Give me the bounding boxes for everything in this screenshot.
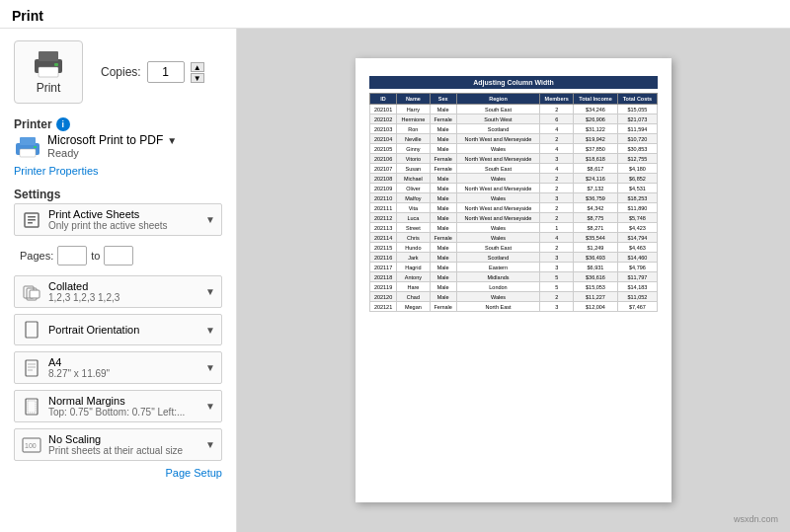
col-members: Members <box>540 94 574 105</box>
table-row: 202113StreetMaleWales1$8,271$4,423 <box>370 223 658 233</box>
margins-text: Normal Margins Top: 0.75" Bottom: 0.75" … <box>48 395 199 418</box>
preview-table: ID Name Sex Region Members Total Income … <box>369 93 658 312</box>
printer-properties-link[interactable]: Printer Properties <box>14 165 99 177</box>
table-cell: Hagrid <box>397 263 431 272</box>
table-cell: $35,544 <box>574 233 618 243</box>
table-cell: North West and Merseyside <box>456 184 540 193</box>
svg-rect-14 <box>30 290 40 298</box>
table-cell: 3 <box>540 302 574 312</box>
paper-setting[interactable]: A4 8.27" x 11.69" ▼ <box>14 351 222 384</box>
table-cell: Vita <box>397 203 431 213</box>
margins-arrow[interactable]: ▼ <box>205 401 215 412</box>
settings-section: Settings Print Active Sheets <box>14 188 222 479</box>
table-cell: Chad <box>397 292 431 302</box>
collated-arrow[interactable]: ▼ <box>205 286 215 297</box>
table-cell: 4 <box>540 164 574 174</box>
table-cell: Male <box>430 263 456 272</box>
table-cell: 4 <box>540 124 574 134</box>
table-cell: $6,852 <box>617 174 657 184</box>
table-cell: $34,246 <box>574 105 618 114</box>
scaling-main: No Scaling <box>48 433 199 445</box>
table-cell: 202121 <box>370 302 397 312</box>
table-row: 202114ChrisFemaleWales4$35,544$14,794 <box>370 233 658 243</box>
table-row: 202105GinnyMaleWales4$37,850$30,853 <box>370 144 658 154</box>
printer-info-icon[interactable]: i <box>56 117 70 131</box>
table-cell: Hare <box>397 282 431 292</box>
table-cell: Luca <box>397 213 431 223</box>
col-costs: Total Costs <box>617 94 657 105</box>
table-cell: 2 <box>540 105 574 114</box>
active-sheets-setting[interactable]: Print Active Sheets Only print the activ… <box>14 203 222 236</box>
copies-label: Copies: <box>101 65 141 79</box>
table-row: 202104NevilleMaleNorth West and Merseysi… <box>370 134 658 144</box>
table-cell: 202110 <box>370 193 397 203</box>
table-cell: Male <box>430 213 456 223</box>
table-cell: $4,796 <box>617 263 657 272</box>
table-cell: Male <box>430 272 456 282</box>
pages-from-input[interactable] <box>57 246 87 266</box>
printer-section-header: Printer i <box>14 117 222 131</box>
table-cell: North West and Merseyside <box>456 213 540 223</box>
table-row: 202101HarryMaleSouth East2$34,246$15,055 <box>370 105 658 114</box>
table-cell: Male <box>430 193 456 203</box>
table-cell: 202115 <box>370 243 397 253</box>
table-cell: Malfoy <box>397 193 431 203</box>
copies-up-button[interactable]: ▲ <box>191 62 204 72</box>
paper-arrow[interactable]: ▼ <box>205 362 215 373</box>
printer-dropdown-arrow[interactable]: ▼ <box>167 135 177 146</box>
table-cell: 202108 <box>370 174 397 184</box>
collated-setting[interactable]: Collated 1,2,3 1,2,3 1,2,3 ▼ <box>14 275 222 308</box>
table-cell: Scotland <box>456 124 540 134</box>
table-cell: $4,342 <box>574 203 618 213</box>
page-setup-link[interactable]: Page Setup <box>14 467 222 479</box>
pages-to-input[interactable] <box>104 246 133 266</box>
scaling-icon: 100 <box>21 434 42 456</box>
table-cell: Harry <box>397 105 431 114</box>
scaling-arrow[interactable]: ▼ <box>205 439 215 450</box>
settings-section-label: Settings <box>14 188 60 201</box>
scaling-setting[interactable]: 100 No Scaling Print sheets at their act… <box>14 428 222 461</box>
table-cell: $11,052 <box>617 292 657 302</box>
printer-device-icon <box>14 133 41 161</box>
table-cell: Neville <box>397 134 431 144</box>
svg-rect-9 <box>28 216 36 218</box>
table-cell: Scotland <box>456 253 540 263</box>
table-cell: 202118 <box>370 272 397 282</box>
table-cell: $14,183 <box>617 282 657 292</box>
table-cell: Female <box>430 114 456 124</box>
table-cell: $36,616 <box>574 272 618 282</box>
watermark: wsxdn.com <box>734 514 778 524</box>
table-cell: Ron <box>397 124 431 134</box>
collated-text: Collated 1,2,3 1,2,3 1,2,3 <box>48 280 199 303</box>
table-cell: 5 <box>540 282 574 292</box>
table-cell: Wales <box>456 292 540 302</box>
table-cell: $4,531 <box>617 184 657 193</box>
orientation-arrow[interactable]: ▼ <box>205 325 215 336</box>
table-cell: 202114 <box>370 233 397 243</box>
orientation-setting[interactable]: Portrait Orientation ▼ <box>14 314 222 345</box>
table-cell: 202103 <box>370 124 397 134</box>
table-cell: Hundo <box>397 243 431 253</box>
table-cell: Male <box>430 292 456 302</box>
copies-input[interactable] <box>147 61 185 83</box>
table-cell: Wales <box>456 223 540 233</box>
preview-panel: Adjusting Column Width ID Name Sex Regio… <box>237 29 790 532</box>
table-cell: Midlands <box>456 272 540 282</box>
table-cell: Chris <box>397 233 431 243</box>
margins-sub: Top: 0.75" Bottom: 0.75" Left:... <box>48 407 199 418</box>
svg-rect-5 <box>20 137 36 145</box>
table-cell: $24,116 <box>574 174 618 184</box>
left-panel: Print Copies: ▲ ▼ Printer i <box>0 29 237 532</box>
table-cell: 2 <box>540 203 574 213</box>
print-button[interactable]: Print <box>14 40 83 104</box>
margins-setting[interactable]: Normal Margins Top: 0.75" Bottom: 0.75" … <box>14 390 222 422</box>
paper-sub: 8.27" x 11.69" <box>48 368 199 379</box>
table-cell: $26,906 <box>574 114 618 124</box>
active-sheets-arrow[interactable]: ▼ <box>205 214 215 225</box>
table-cell: Male <box>430 144 456 154</box>
table-cell: North West and Merseyside <box>456 134 540 144</box>
table-cell: Wales <box>456 144 540 154</box>
table-cell: $21,073 <box>617 114 657 124</box>
printer-section-label: Printer <box>14 117 52 131</box>
copies-down-button[interactable]: ▼ <box>191 73 204 83</box>
